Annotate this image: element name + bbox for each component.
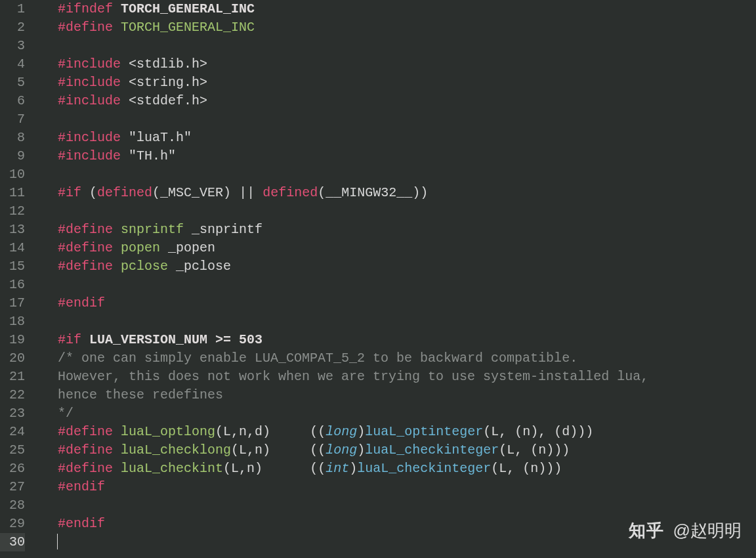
code-token bbox=[121, 56, 129, 72]
code-token: L, (n) bbox=[499, 461, 546, 476]
code-token: #include bbox=[58, 56, 121, 72]
code-token: /* one can simply enable LUA_COMPAT_5_2 … bbox=[58, 351, 578, 366]
code-token: LUA_VERSION_NUM >= 503 bbox=[89, 332, 262, 347]
code-line[interactable]: However, this does not work when we are … bbox=[58, 368, 756, 386]
code-token bbox=[262, 461, 310, 476]
line-number: 7 bbox=[0, 110, 25, 129]
code-token: ) bbox=[223, 185, 231, 200]
line-number: 20 bbox=[0, 349, 25, 368]
line-number: 21 bbox=[0, 368, 25, 386]
code-line[interactable]: #define popen _popen bbox=[58, 239, 756, 257]
code-area[interactable]: #ifndef TORCH_GENERAL_INC#define TORCH_G… bbox=[32, 0, 756, 558]
code-token: #include bbox=[58, 148, 121, 163]
code-line[interactable]: #include <stddef.h> bbox=[58, 92, 756, 110]
code-token bbox=[121, 148, 129, 163]
code-token bbox=[231, 185, 239, 200]
code-token: #include bbox=[58, 75, 121, 90]
code-token: ( bbox=[483, 424, 491, 439]
code-token: pclose bbox=[121, 259, 168, 274]
code-token: long bbox=[326, 442, 357, 458]
code-token: */ bbox=[58, 406, 74, 421]
line-number: 4 bbox=[0, 55, 25, 74]
code-line[interactable] bbox=[58, 276, 756, 294]
code-token: ) bbox=[255, 461, 262, 476]
code-line[interactable]: #include <string.h> bbox=[58, 74, 756, 92]
code-token: #ifndef bbox=[58, 1, 113, 16]
code-token: snprintf bbox=[121, 222, 184, 237]
line-number: 12 bbox=[0, 202, 25, 221]
code-editor[interactable]: 1234567891011121314151617181920212223242… bbox=[0, 0, 756, 558]
line-number: 6 bbox=[0, 92, 25, 110]
code-token: L, (n), (d) bbox=[491, 424, 578, 439]
code-line[interactable]: #define pclose _pclose bbox=[58, 257, 756, 276]
code-line[interactable]: #include "luaT.h" bbox=[58, 129, 756, 147]
code-token bbox=[255, 185, 262, 200]
line-number: 15 bbox=[0, 257, 25, 276]
code-line[interactable] bbox=[58, 37, 756, 55]
code-token: )) bbox=[412, 185, 428, 200]
code-token: _snprintf bbox=[192, 222, 262, 237]
code-line[interactable]: #include "TH.h" bbox=[58, 147, 756, 165]
line-number: 8 bbox=[0, 129, 25, 147]
line-number: 30 bbox=[0, 533, 25, 551]
line-number: 18 bbox=[0, 312, 25, 331]
code-token: ( bbox=[318, 185, 326, 200]
line-number: 17 bbox=[0, 294, 25, 312]
line-number: 5 bbox=[0, 74, 25, 92]
code-line[interactable]: hence these redefines bbox=[58, 386, 756, 404]
code-token: ) bbox=[262, 442, 270, 458]
code-token: <stdlib.h> bbox=[129, 56, 207, 72]
code-token: ( bbox=[223, 461, 231, 476]
code-token bbox=[113, 259, 121, 274]
code-line[interactable]: #define TORCH_GENERAL_INC bbox=[58, 18, 756, 37]
code-token bbox=[113, 442, 121, 458]
code-line[interactable]: #include <stdlib.h> bbox=[58, 55, 756, 74]
code-token: ( bbox=[215, 424, 223, 439]
code-token: __MINGW32__ bbox=[326, 185, 412, 200]
code-token bbox=[113, 461, 121, 476]
code-line[interactable]: /* one can simply enable LUA_COMPAT_5_2 … bbox=[58, 349, 756, 368]
line-number: 14 bbox=[0, 239, 25, 257]
watermark-site-logo: 知乎 bbox=[629, 521, 664, 540]
code-token: #endif bbox=[58, 516, 105, 531]
code-line[interactable] bbox=[58, 312, 756, 331]
cursor bbox=[57, 534, 58, 549]
code-line[interactable]: #define luaL_checklong(L,n) ((long)luaL_… bbox=[58, 441, 756, 460]
code-line[interactable]: #ifndef TORCH_GENERAL_INC bbox=[58, 0, 756, 18]
code-line[interactable]: #define snprintf _snprintf bbox=[58, 221, 756, 239]
code-token: #define bbox=[58, 222, 113, 237]
code-line[interactable]: #define luaL_checkint(L,n) ((int)luaL_ch… bbox=[58, 460, 756, 478]
code-line[interactable]: #if (defined(_MSC_VER) || defined(__MING… bbox=[58, 184, 756, 202]
code-token: <stddef.h> bbox=[129, 93, 207, 108]
code-line[interactable] bbox=[58, 110, 756, 129]
code-token: _MSC_VER bbox=[160, 185, 223, 200]
code-token: luaL_checklong bbox=[121, 442, 231, 458]
line-number: 3 bbox=[0, 37, 25, 55]
code-line[interactable]: #endif bbox=[58, 478, 756, 496]
code-token: #endif bbox=[58, 479, 105, 494]
code-line[interactable] bbox=[58, 496, 756, 515]
line-number: 9 bbox=[0, 147, 25, 165]
code-token bbox=[113, 1, 121, 16]
code-line[interactable]: #endif bbox=[58, 294, 756, 312]
code-token bbox=[113, 424, 121, 439]
code-token bbox=[121, 130, 129, 145]
code-token: )) bbox=[546, 461, 562, 476]
code-token: ( bbox=[231, 442, 239, 458]
code-token: )) bbox=[578, 424, 593, 439]
code-line[interactable]: */ bbox=[58, 404, 756, 423]
code-line[interactable] bbox=[58, 202, 756, 221]
line-number: 11 bbox=[0, 184, 25, 202]
code-token: #include bbox=[58, 93, 121, 108]
code-line[interactable]: #define luaL_optlong(L,n,d) ((long)luaL_… bbox=[58, 423, 756, 441]
code-line[interactable] bbox=[58, 165, 756, 184]
code-token: #define bbox=[58, 20, 113, 35]
line-number: 16 bbox=[0, 276, 25, 294]
code-token: TORCH_GENERAL_INC bbox=[121, 1, 255, 16]
code-token: hence these redefines bbox=[58, 387, 223, 402]
line-number: 10 bbox=[0, 165, 25, 184]
code-token: L,n bbox=[239, 442, 262, 458]
code-line[interactable]: #if LUA_VERSION_NUM >= 503 bbox=[58, 331, 756, 349]
line-number: 25 bbox=[0, 441, 25, 460]
code-token: #include bbox=[58, 130, 121, 145]
